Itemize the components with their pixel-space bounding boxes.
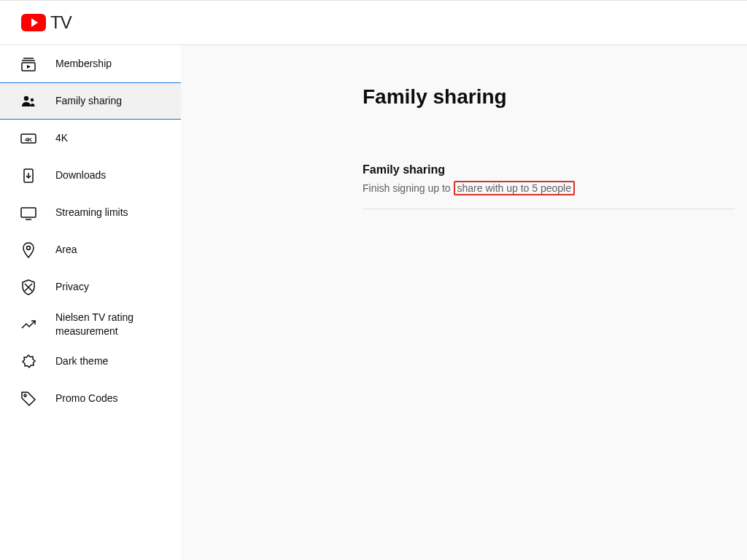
promo-codes-icon <box>20 390 37 408</box>
sidebar-item-label: 4K <box>55 131 68 144</box>
sidebar-item-label: Dark theme <box>55 354 108 368</box>
sidebar-item-label: Privacy <box>55 280 89 293</box>
streaming-limits-icon <box>20 204 37 222</box>
app-header: TV <box>0 0 747 45</box>
family-sharing-card[interactable]: Family sharing Finish signing up to shar… <box>363 163 735 209</box>
sidebar-item-nielsen[interactable]: Nielsen TV rating measurement <box>0 306 181 343</box>
svg-point-12 <box>27 246 31 249</box>
sidebar-item-area[interactable]: Area <box>0 231 181 268</box>
downloads-icon <box>20 167 37 184</box>
sidebar-item-streaming-limits[interactable]: Streaming limits <box>0 194 181 231</box>
svg-marker-3 <box>27 65 31 69</box>
subtitle-prefix: Finish signing up to <box>363 182 454 194</box>
family-sharing-icon <box>20 93 37 110</box>
sidebar-item-label: Family sharing <box>55 94 122 107</box>
page-title: Family sharing <box>363 85 747 109</box>
sidebar-item-label: Promo Codes <box>55 392 118 405</box>
card-subtitle: Finish signing up to share with up to 5 … <box>363 181 735 195</box>
card-divider <box>363 209 735 209</box>
card-title: Family sharing <box>363 163 735 176</box>
svg-text:4K: 4K <box>25 136 32 143</box>
sidebar-item-4k[interactable]: 4K 4K <box>0 120 181 157</box>
sidebar-item-label: Membership <box>55 57 112 70</box>
youtube-play-icon <box>21 14 46 31</box>
svg-point-5 <box>31 98 34 101</box>
sidebar-item-label: Streaming limits <box>55 206 128 219</box>
logo-text: TV <box>50 12 71 33</box>
sidebar-item-family-sharing[interactable]: Family sharing <box>0 82 181 120</box>
sidebar-item-label: Nielsen TV rating measurement <box>55 311 181 337</box>
sidebar-item-membership[interactable]: Membership <box>0 45 181 82</box>
4k-icon: 4K <box>20 130 37 147</box>
sidebar-item-label: Area <box>55 243 77 256</box>
dark-theme-icon <box>20 353 37 370</box>
main-content: Family sharing Family sharing Finish sig… <box>181 45 747 560</box>
sidebar-item-privacy[interactable]: Privacy <box>0 268 181 306</box>
svg-point-16 <box>24 394 26 397</box>
youtube-tv-logo[interactable]: TV <box>21 12 71 33</box>
nielsen-icon <box>20 316 37 333</box>
membership-icon <box>20 55 37 73</box>
privacy-icon <box>20 279 37 296</box>
svg-rect-10 <box>21 208 36 217</box>
svg-marker-15 <box>23 355 35 368</box>
svg-point-4 <box>24 96 28 100</box>
sidebar-item-dark-theme[interactable]: Dark theme <box>0 343 181 380</box>
settings-sidebar: Membership Family sharing 4K 4K <box>0 45 181 560</box>
sidebar-item-label: Downloads <box>55 168 106 182</box>
sidebar-item-downloads[interactable]: Downloads <box>0 157 181 194</box>
subtitle-highlight: share with up to 5 people <box>454 181 575 195</box>
sidebar-item-promo-codes[interactable]: Promo Codes <box>0 380 181 417</box>
area-icon <box>20 241 37 259</box>
